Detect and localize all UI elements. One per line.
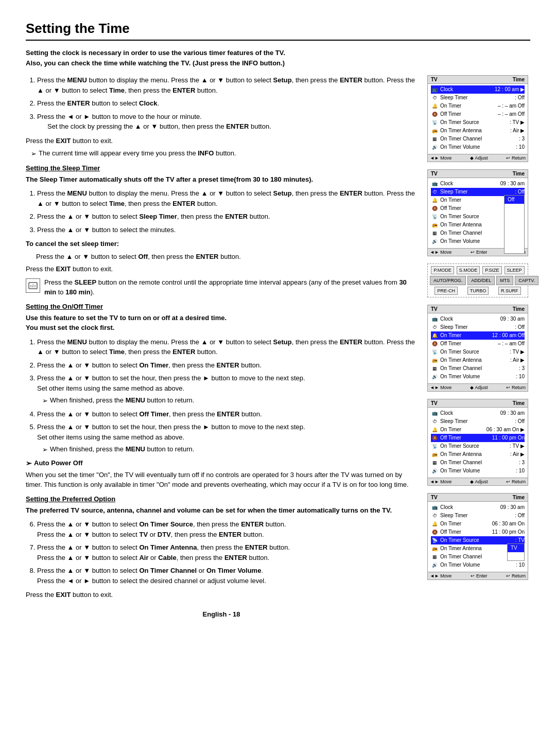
on-off-step-3: Press the ▲ or ▼ button to set the hour,… — [37, 373, 417, 406]
remote-pmode-btn: P.MODE — [431, 266, 454, 274]
on-off-step-5: Press the ▲ or ▼ button to set the hour,… — [37, 422, 417, 455]
on-off-step-4: Press the ▲ or ▼ button to select Off Ti… — [37, 409, 417, 419]
tv-menu-3-footer: ◄► Move◆ Adjust↩ Return — [428, 383, 528, 391]
remote-autoprog-btn: AUTO/PROG. — [430, 276, 466, 285]
sleep-step-3: Press the ▲ or ▼ button to select the mi… — [37, 225, 417, 235]
remote-turbo-btn: TURBO — [467, 287, 489, 295]
tv-row-sleep4: ⏱ Sleep Timer : Off — [431, 417, 525, 426]
sleep-dropdown: Off 30 60 90 120 150 180 — [504, 195, 525, 254]
remote-addel-btn: ADD/DEL — [467, 276, 495, 285]
exit-note-sleep: Press the EXIT button to exit. — [26, 264, 417, 274]
on-off-step-2: Press the ▲ or ▼ button to select On Tim… — [37, 360, 417, 371]
on-off-timer-steps: Press the MENU button to display the men… — [26, 337, 417, 455]
sleep-icon: zZz — [26, 278, 40, 293]
tv-row-src1: 📡 On Timer Source : TV ▶ — [431, 118, 525, 127]
tv-icon-src2: 📡 — [431, 213, 438, 220]
sleep-remote-note: zZz Press the SLEEP button on the remote… — [26, 277, 417, 297]
tv-icon-off2: 🔕 — [431, 205, 438, 212]
tv-icon-ant3: 📻 — [431, 357, 438, 364]
tv-icon-ch1: ▦ — [431, 135, 438, 143]
tv-row-vol4: 🔊 On Timer Volume : 10 — [431, 467, 525, 475]
tv-icon-sleep3: ⏱ — [431, 324, 438, 331]
clock-steps-list: Press the MENU button to display the men… — [26, 75, 417, 132]
tv-icon-src1: 📡 — [431, 119, 438, 126]
info-note-1: ➢ The current time will appear every tim… — [31, 148, 417, 159]
tv-row-clock4: 📺 Clock 09 : 30 am — [431, 409, 525, 417]
sleep-step-2: Press the ▲ or ▼ button to select Sleep … — [37, 212, 417, 222]
remote-captv-btn: CAPTV. — [515, 276, 538, 285]
tv-icon-clock: 📺 — [431, 86, 438, 93]
tv-icon-ch2: ▦ — [431, 230, 438, 237]
tv-row-src4: 📡 On Timer Source : TV ▶ — [431, 442, 525, 450]
remote-mts-btn: MTS — [496, 276, 513, 285]
tv-icon-on4: 🔔 — [431, 426, 438, 433]
tv-icon-clock3: 📺 — [431, 315, 438, 323]
tv-icon-ch4: ▦ — [431, 459, 438, 466]
tv-row-ch4: ▦ On Timer Channel : 3 — [431, 459, 525, 467]
tv-icon-off1: 🔕 — [431, 111, 438, 118]
tv-menu-3-body: 📺 Clock 09 : 30 am ⏱ Sleep Timer : Off 🔔… — [428, 313, 528, 382]
tv-row-on1: 🔔 On Timer – : – am Off — [431, 102, 525, 110]
tv-menu-1-body: 📺 Clock 12 : 00 am ▶ ⏱ Sleep Timer : Off… — [428, 84, 528, 153]
tv-icon-vol5: 🔊 — [431, 561, 438, 569]
tv-menu-4-body: 📺 Clock 09 : 30 am ⏱ Sleep Timer : Off 🔔… — [428, 408, 528, 477]
preferred-heading: Setting the Preferred Option — [26, 495, 417, 503]
tv-row-src5: 📡 On Timer Source : TV TV DTV — [431, 536, 525, 544]
preferred-steps: Press the ▲ or ▼ button to select On Tim… — [26, 519, 417, 586]
exit-note-final: Press the EXIT button to exit. — [26, 590, 417, 600]
tv-row-ant3: 📻 On Timer Antenna : Air ▶ — [431, 356, 525, 364]
tv-menu-3-header: TV Time — [428, 305, 528, 313]
tv-row-off1: 🔕 Off Timer – : – am Off — [431, 110, 525, 118]
tv-row-vol1: 🔊 On Timer Volume : 10 — [431, 143, 525, 151]
tv-row-off4: 🔕 Off Timer 11 : 00 pm On — [431, 434, 525, 442]
tv-icon-vol2: 🔊 — [431, 238, 438, 245]
preferred-step-6: Press the ▲ or ▼ button to select On Tim… — [37, 519, 417, 539]
remote-sleep-btn: SLEEP — [505, 266, 525, 274]
preferred-step-7: Press the ▲ or ▼ button to select On Tim… — [37, 542, 417, 562]
tv-menus-column: TV Time 📺 Clock 12 : 00 am ▶ ⏱ Sleep Tim… — [427, 75, 530, 618]
tv-menu-2-header: TV Time — [428, 170, 528, 178]
tv-icon-sleep4: ⏱ — [431, 418, 438, 425]
tv-icon-clock2: 📺 — [431, 180, 438, 187]
tv-row-vol3: 🔊 On Timer Volume : 10 — [431, 373, 525, 381]
tv-menu-4: TV Time 📺 Clock 09 : 30 am ⏱ Sleep Timer… — [427, 399, 528, 486]
tv-icon-off5: 🔕 — [431, 529, 438, 536]
svg-text:zZz: zZz — [30, 284, 36, 288]
main-content: Press the MENU button to display the men… — [26, 75, 417, 618]
tv-icon-clock4: 📺 — [431, 410, 438, 417]
tv-icon-ant2: 📻 — [431, 221, 438, 228]
sleep-timer-heading: Setting the Sleep Timer — [26, 164, 417, 172]
tv-menu-4-footer: ◄► Move◆ Adjust↩ Return — [428, 478, 528, 485]
tv-menu-2: TV Time 📺 Clock 09 : 30 am ⏱ Sleep Timer… — [427, 169, 528, 256]
footer-text: English - 18 — [26, 610, 417, 618]
remote-prech-btn: PRE-CH — [435, 287, 458, 295]
clock-step-2: Press the ENTER button to select Clock. — [37, 98, 417, 109]
auto-power-text: When you set the timer "On", the TV will… — [26, 470, 417, 490]
tv-row-sleep5: ⏱ Sleep Timer : Off — [431, 512, 525, 520]
sleep-step-1: Press the MENU button to display the men… — [37, 188, 417, 208]
tv-row-off5: 🔕 Off Timer 11 : 00 pm On — [431, 528, 525, 536]
tv-icon-ant5: 📻 — [431, 545, 438, 552]
tv-row-on5: 🔔 On Timer 06 : 30 am On — [431, 520, 525, 528]
clock-step-3: Press the ◄ or ► button to move to the h… — [37, 112, 417, 132]
tv-menu-5-header: TV Time — [428, 494, 528, 502]
tv-icon-sleep5: ⏱ — [431, 512, 438, 519]
tv-icon-src4: 📡 — [431, 443, 438, 450]
tv-row-sleep3: ⏱ Sleep Timer : Off — [431, 323, 525, 331]
clock-step-1: Press the MENU button to display the men… — [37, 75, 417, 95]
cancel-sleep-label: To cancel the set sleep timer: — [26, 239, 417, 249]
tv-icon-clock5: 📺 — [431, 504, 438, 511]
page-title: Setting the Time — [26, 21, 530, 41]
tv-icon-on2: 🔔 — [431, 197, 438, 204]
exit-note-1: Press the EXIT button to exit. — [26, 136, 417, 146]
tv-icon-off4: 🔕 — [431, 434, 438, 442]
tv-icon-ch5: ▦ — [431, 553, 438, 560]
remote-row-top: P.MODE S.MODE P.SIZE SLEEP — [430, 266, 526, 274]
tv-icon-src3: 📡 — [431, 348, 438, 356]
tv-row-on4: 🔔 On Timer 06 : 30 am On ▶ — [431, 426, 525, 434]
tv-menu-5-body: 📺 Clock 09 : 30 am ⏱ Sleep Timer : Off 🔔… — [428, 502, 528, 571]
tv-icon-on1: 🔔 — [431, 102, 438, 110]
preferred-desc: The preferred TV source, antenna, channe… — [26, 505, 417, 516]
on-off-timer-desc: Use this feature to set the TV to turn o… — [26, 313, 417, 333]
tv-row-off3: 🔕 Off Timer – : – am Off — [431, 340, 525, 348]
